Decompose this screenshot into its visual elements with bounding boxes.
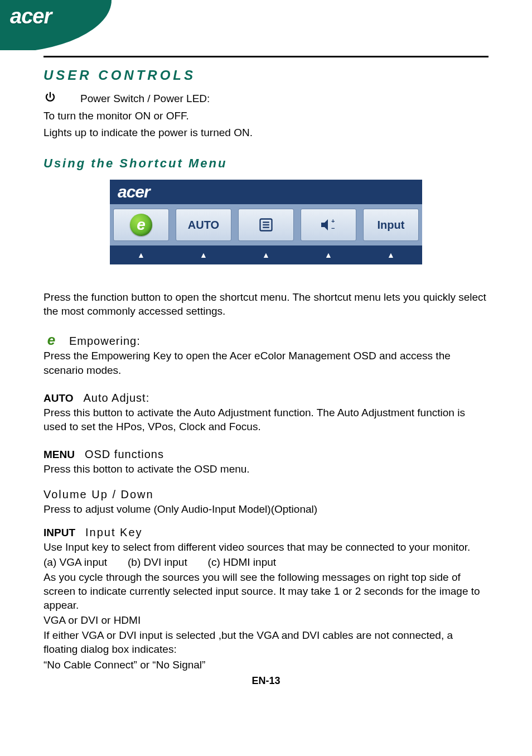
svg-text:−: − — [331, 225, 335, 232]
arrow-up-icon: ▲ — [297, 245, 360, 264]
input-row: INPUT Input Key — [43, 526, 489, 539]
arrow-up-icon: ▲ — [110, 245, 172, 264]
shortcut-intro: Press the function button to open the sh… — [43, 290, 489, 318]
input-l2: (a) VGA input (b) DVI input (c) HDMI inp… — [43, 555, 489, 569]
auto-row: AUTO Auto Adjust: — [43, 392, 489, 405]
menu-title: OSD functions — [85, 448, 164, 461]
power-line2: Lights up to indicate the power is turne… — [43, 126, 489, 140]
shortcut-heading: Using the Shortcut Menu — [43, 156, 489, 171]
empowering-body: Press the Empowering Key to open the Ace… — [43, 349, 489, 377]
empowering-title: Empowering: — [69, 335, 141, 348]
menu-btn-volume[interactable]: + − — [301, 209, 356, 241]
power-line1: To turn the monitor ON or OFF. — [43, 109, 489, 123]
auto-label: AUTO — [43, 392, 73, 405]
arrow-up-icon: ▲ — [172, 245, 235, 264]
input-l6: “No Cable Connect” or “No Signal” — [43, 658, 489, 672]
shortcut-menu-figure: acer e AUTO + − I — [110, 180, 422, 264]
svg-text:+: + — [331, 218, 335, 224]
menu-list-icon — [258, 217, 274, 233]
menu-header: acer — [110, 180, 422, 204]
input-l3: As you cycle through the sources you wil… — [43, 570, 489, 612]
menu-body: Press this botton to activate the OSD me… — [43, 462, 489, 476]
auto-title: Auto Adjust: — [83, 392, 149, 405]
volume-title: Volume Up / Down — [43, 488, 489, 501]
power-label: Power Switch / Power LED: — [80, 92, 210, 106]
menu-label: MENU — [43, 449, 75, 461]
menu-btn-menu[interactable] — [238, 209, 294, 241]
auto-body: Press this button to activate the Auto A… — [43, 406, 489, 434]
input-l1: Use Input key to select from different v… — [43, 540, 489, 554]
empowering-icon: e — [130, 214, 152, 236]
power-row: Power Switch / Power LED: — [43, 91, 489, 107]
menu-button-row: e AUTO + − Input — [110, 204, 422, 245]
arrow-up-icon: ▲ — [235, 245, 297, 264]
page-body: USER CONTROLS Power Switch / Power LED: … — [0, 0, 532, 687]
volume-body: Press to adjust volume (Only Audio-Input… — [43, 502, 489, 516]
menu-btn-auto[interactable]: AUTO — [176, 209, 231, 241]
menu-arrow-row: ▲ ▲ ▲ ▲ ▲ — [110, 245, 422, 264]
page-number: EN-13 — [43, 675, 489, 687]
empowering-e-icon: e — [43, 333, 59, 347]
top-rule — [43, 56, 489, 57]
menu-brand: acer — [118, 182, 150, 201]
input-label: INPUT — [43, 527, 75, 539]
power-icon — [43, 91, 57, 107]
input-title: Input Key — [85, 526, 143, 539]
input-l5: If either VGA or DVI input is selected ,… — [43, 628, 489, 656]
empowering-row: e Empowering: — [43, 333, 489, 348]
section-heading: USER CONTROLS — [43, 68, 489, 83]
arrow-up-icon: ▲ — [360, 245, 422, 264]
brand-logo: acer — [10, 4, 51, 28]
menu-btn-input[interactable]: Input — [363, 209, 419, 241]
menu-row: MENU OSD functions — [43, 448, 489, 461]
menu-btn-empowering[interactable]: e — [113, 209, 169, 241]
volume-icon: + − — [319, 217, 338, 233]
input-l4: VGA or DVI or HDMI — [43, 613, 489, 627]
